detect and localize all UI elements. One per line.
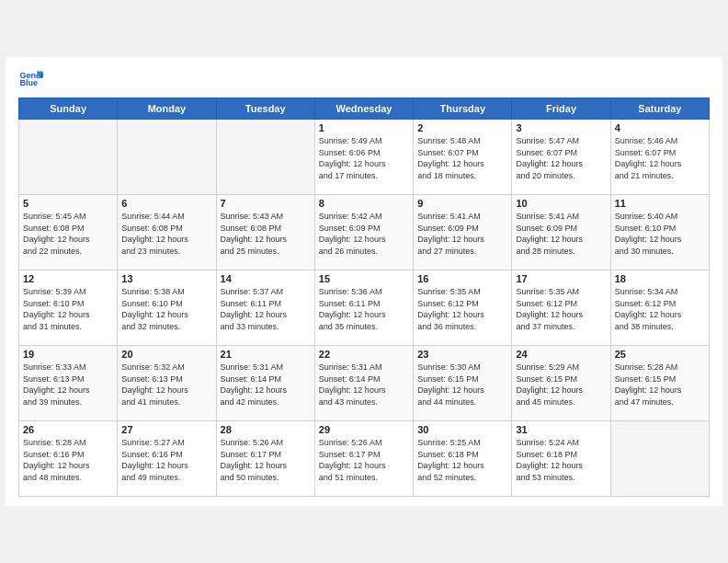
day-cell: 3Sunrise: 5:47 AM Sunset: 6:07 PM Daylig… — [512, 120, 610, 195]
day-number: 24 — [516, 349, 606, 360]
day-info: Sunrise: 5:35 AM Sunset: 6:12 PM Dayligh… — [417, 286, 507, 332]
day-number: 9 — [417, 198, 507, 209]
day-number: 27 — [121, 424, 211, 435]
day-number: 19 — [23, 349, 113, 360]
day-number: 14 — [221, 273, 311, 284]
day-cell: 28Sunrise: 5:26 AM Sunset: 6:17 PM Dayli… — [216, 421, 314, 497]
day-info: Sunrise: 5:46 AM Sunset: 6:07 PM Dayligh… — [615, 135, 705, 181]
day-cell — [118, 120, 216, 195]
day-cell: 23Sunrise: 5:30 AM Sunset: 6:15 PM Dayli… — [414, 346, 512, 421]
day-info: Sunrise: 5:45 AM Sunset: 6:08 PM Dayligh… — [23, 211, 113, 257]
day-info: Sunrise: 5:39 AM Sunset: 6:10 PM Dayligh… — [23, 286, 113, 332]
day-cell — [19, 120, 118, 195]
day-info: Sunrise: 5:43 AM Sunset: 6:08 PM Dayligh… — [221, 211, 311, 257]
logo: General Blue — [18, 66, 48, 92]
weekday-sunday: Sunday — [19, 98, 118, 120]
day-info: Sunrise: 5:38 AM Sunset: 6:10 PM Dayligh… — [121, 286, 211, 332]
day-cell: 8Sunrise: 5:42 AM Sunset: 6:09 PM Daylig… — [314, 195, 413, 270]
day-cell: 20Sunrise: 5:32 AM Sunset: 6:13 PM Dayli… — [118, 346, 216, 421]
day-info: Sunrise: 5:29 AM Sunset: 6:15 PM Dayligh… — [516, 362, 606, 408]
day-info: Sunrise: 5:40 AM Sunset: 6:10 PM Dayligh… — [615, 211, 705, 257]
day-info: Sunrise: 5:47 AM Sunset: 6:07 PM Dayligh… — [516, 135, 606, 181]
day-info: Sunrise: 5:41 AM Sunset: 6:09 PM Dayligh… — [516, 211, 606, 257]
day-info: Sunrise: 5:34 AM Sunset: 6:12 PM Dayligh… — [615, 286, 705, 332]
day-number: 23 — [417, 349, 507, 360]
logo-icon: General Blue — [18, 66, 44, 92]
day-cell: 13Sunrise: 5:38 AM Sunset: 6:10 PM Dayli… — [118, 270, 216, 346]
day-number: 15 — [319, 273, 409, 284]
day-info: Sunrise: 5:31 AM Sunset: 6:14 PM Dayligh… — [221, 362, 311, 408]
day-cell: 12Sunrise: 5:39 AM Sunset: 6:10 PM Dayli… — [19, 270, 118, 346]
day-number: 2 — [417, 122, 507, 133]
day-info: Sunrise: 5:26 AM Sunset: 6:17 PM Dayligh… — [319, 437, 409, 483]
day-cell: 14Sunrise: 5:37 AM Sunset: 6:11 PM Dayli… — [216, 270, 314, 346]
day-info: Sunrise: 5:24 AM Sunset: 6:18 PM Dayligh… — [516, 437, 606, 483]
day-cell: 4Sunrise: 5:46 AM Sunset: 6:07 PM Daylig… — [610, 120, 709, 195]
svg-text:Blue: Blue — [19, 78, 38, 87]
weekday-tuesday: Tuesday — [216, 98, 314, 120]
day-cell: 24Sunrise: 5:29 AM Sunset: 6:15 PM Dayli… — [512, 346, 610, 421]
day-info: Sunrise: 5:42 AM Sunset: 6:09 PM Dayligh… — [319, 211, 409, 257]
day-number: 20 — [121, 349, 211, 360]
day-info: Sunrise: 5:28 AM Sunset: 6:15 PM Dayligh… — [615, 362, 705, 408]
day-cell: 18Sunrise: 5:34 AM Sunset: 6:12 PM Dayli… — [610, 270, 709, 346]
day-number: 11 — [615, 198, 705, 209]
day-cell: 9Sunrise: 5:41 AM Sunset: 6:09 PM Daylig… — [414, 195, 512, 270]
day-cell: 31Sunrise: 5:24 AM Sunset: 6:18 PM Dayli… — [512, 421, 610, 497]
day-number: 21 — [221, 349, 311, 360]
day-number: 29 — [319, 424, 409, 435]
day-cell: 11Sunrise: 5:40 AM Sunset: 6:10 PM Dayli… — [610, 195, 709, 270]
day-number: 30 — [417, 424, 507, 435]
day-number: 8 — [319, 198, 409, 209]
day-number: 1 — [319, 122, 409, 133]
day-number: 17 — [516, 273, 606, 284]
day-cell — [610, 421, 709, 497]
day-info: Sunrise: 5:31 AM Sunset: 6:14 PM Dayligh… — [319, 362, 409, 408]
day-info: Sunrise: 5:35 AM Sunset: 6:12 PM Dayligh… — [516, 286, 606, 332]
week-row-1: 5Sunrise: 5:45 AM Sunset: 6:08 PM Daylig… — [19, 195, 710, 270]
day-info: Sunrise: 5:33 AM Sunset: 6:13 PM Dayligh… — [23, 362, 113, 408]
calendar-container: General Blue SundayMondayTuesdayWednesda… — [6, 57, 722, 506]
day-number: 22 — [319, 349, 409, 360]
day-info: Sunrise: 5:37 AM Sunset: 6:11 PM Dayligh… — [221, 286, 311, 332]
day-cell: 29Sunrise: 5:26 AM Sunset: 6:17 PM Dayli… — [314, 421, 413, 497]
day-cell: 22Sunrise: 5:31 AM Sunset: 6:14 PM Dayli… — [314, 346, 413, 421]
day-cell: 5Sunrise: 5:45 AM Sunset: 6:08 PM Daylig… — [19, 195, 118, 270]
day-number: 3 — [516, 122, 606, 133]
day-number: 5 — [23, 198, 113, 209]
weekday-friday: Friday — [512, 98, 610, 120]
week-row-2: 12Sunrise: 5:39 AM Sunset: 6:10 PM Dayli… — [19, 270, 710, 346]
day-cell: 2Sunrise: 5:48 AM Sunset: 6:07 PM Daylig… — [414, 120, 512, 195]
day-number: 25 — [615, 349, 705, 360]
day-number: 12 — [23, 273, 113, 284]
day-cell: 6Sunrise: 5:44 AM Sunset: 6:08 PM Daylig… — [118, 195, 216, 270]
day-cell: 19Sunrise: 5:33 AM Sunset: 6:13 PM Dayli… — [19, 346, 118, 421]
day-number: 7 — [221, 198, 311, 209]
day-number: 26 — [23, 424, 113, 435]
day-number: 28 — [221, 424, 311, 435]
week-row-4: 26Sunrise: 5:28 AM Sunset: 6:16 PM Dayli… — [19, 421, 710, 497]
day-cell: 10Sunrise: 5:41 AM Sunset: 6:09 PM Dayli… — [512, 195, 610, 270]
day-cell: 16Sunrise: 5:35 AM Sunset: 6:12 PM Dayli… — [414, 270, 512, 346]
day-info: Sunrise: 5:36 AM Sunset: 6:11 PM Dayligh… — [319, 286, 409, 332]
day-number: 31 — [516, 424, 606, 435]
day-cell — [216, 120, 314, 195]
day-cell: 1Sunrise: 5:49 AM Sunset: 6:06 PM Daylig… — [314, 120, 413, 195]
day-cell: 21Sunrise: 5:31 AM Sunset: 6:14 PM Dayli… — [216, 346, 314, 421]
day-info: Sunrise: 5:27 AM Sunset: 6:16 PM Dayligh… — [121, 437, 211, 483]
weekday-monday: Monday — [118, 98, 216, 120]
weekday-wednesday: Wednesday — [314, 98, 413, 120]
day-info: Sunrise: 5:44 AM Sunset: 6:08 PM Dayligh… — [121, 211, 211, 257]
week-row-3: 19Sunrise: 5:33 AM Sunset: 6:13 PM Dayli… — [19, 346, 710, 421]
day-number: 6 — [121, 198, 211, 209]
calendar-body: 1Sunrise: 5:49 AM Sunset: 6:06 PM Daylig… — [19, 120, 710, 497]
day-info: Sunrise: 5:28 AM Sunset: 6:16 PM Dayligh… — [23, 437, 113, 483]
weekday-thursday: Thursday — [414, 98, 512, 120]
day-info: Sunrise: 5:30 AM Sunset: 6:15 PM Dayligh… — [417, 362, 507, 408]
day-number: 16 — [417, 273, 507, 284]
calendar-header: General Blue — [18, 66, 710, 92]
day-info: Sunrise: 5:32 AM Sunset: 6:13 PM Dayligh… — [121, 362, 211, 408]
day-cell: 7Sunrise: 5:43 AM Sunset: 6:08 PM Daylig… — [216, 195, 314, 270]
day-number: 18 — [615, 273, 705, 284]
day-cell: 25Sunrise: 5:28 AM Sunset: 6:15 PM Dayli… — [610, 346, 709, 421]
